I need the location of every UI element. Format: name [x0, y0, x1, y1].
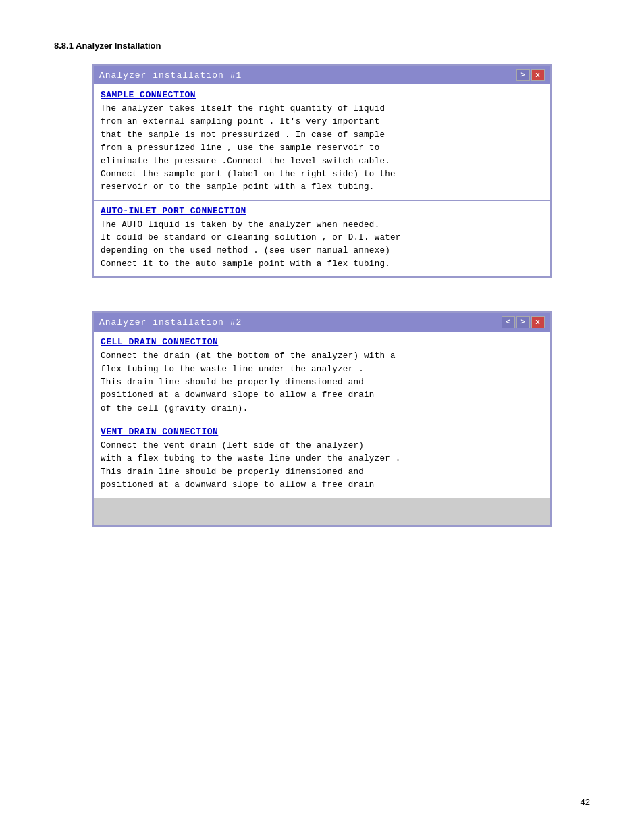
window-2-next-button[interactable]: > — [516, 316, 530, 328]
section-block-auto-inlet: AUTO-INLET PORT CONNECTION The AUTO liqu… — [94, 201, 550, 277]
cell-drain-label: CELL DRAIN CONNECTION — [101, 337, 543, 347]
window-1-controls: > x — [516, 69, 545, 81]
vent-drain-label: VENT DRAIN CONNECTION — [101, 427, 543, 437]
window-1-close-button[interactable]: x — [531, 69, 545, 81]
window-2-close-button[interactable]: x — [531, 316, 545, 328]
auto-inlet-label: AUTO-INLET PORT CONNECTION — [101, 206, 543, 216]
window-2-footer-area — [94, 498, 550, 525]
window-2-titlebar: Analyzer installation #2 < > x — [94, 313, 550, 332]
section-block-vent-drain: VENT DRAIN CONNECTION Connect the vent d… — [94, 421, 550, 498]
page-container: 8.8.1 Analyzer Installation Analyzer ins… — [0, 0, 644, 834]
window-2-title: Analyzer installation #2 — [99, 317, 242, 328]
analyzer-window-2: Analyzer installation #2 < > x CELL DRAI… — [92, 311, 552, 526]
auto-inlet-text: The AUTO liquid is taken by the analyzer… — [101, 219, 543, 271]
sample-connection-label: SAMPLE CONNECTION — [101, 90, 543, 100]
window-2-controls: < > x — [502, 316, 545, 328]
window-1-title: Analyzer installation #1 — [99, 70, 242, 80]
analyzer-window-1: Analyzer installation #1 > x SAMPLE CONN… — [92, 64, 552, 278]
window-2-content: CELL DRAIN CONNECTION Connect the drain … — [94, 332, 550, 525]
window-1-next-button[interactable]: > — [516, 69, 530, 81]
section-heading: 8.8.1 Analyzer Installation — [54, 41, 590, 51]
sample-connection-text: The analyzer takes itself the right quan… — [101, 103, 543, 194]
window-1-content: SAMPLE CONNECTION The analyzer takes its… — [94, 84, 550, 276]
window-1-titlebar: Analyzer installation #1 > x — [94, 66, 550, 84]
section-block-sample-connection: SAMPLE CONNECTION The analyzer takes its… — [94, 84, 550, 201]
section-block-cell-drain: CELL DRAIN CONNECTION Connect the drain … — [94, 332, 550, 421]
page-number: 42 — [581, 797, 590, 807]
cell-drain-text: Connect the drain (at the bottom of the … — [101, 350, 543, 415]
vent-drain-text: Connect the vent drain (left side of the… — [101, 440, 543, 492]
window-2-prev-button[interactable]: < — [502, 316, 515, 328]
